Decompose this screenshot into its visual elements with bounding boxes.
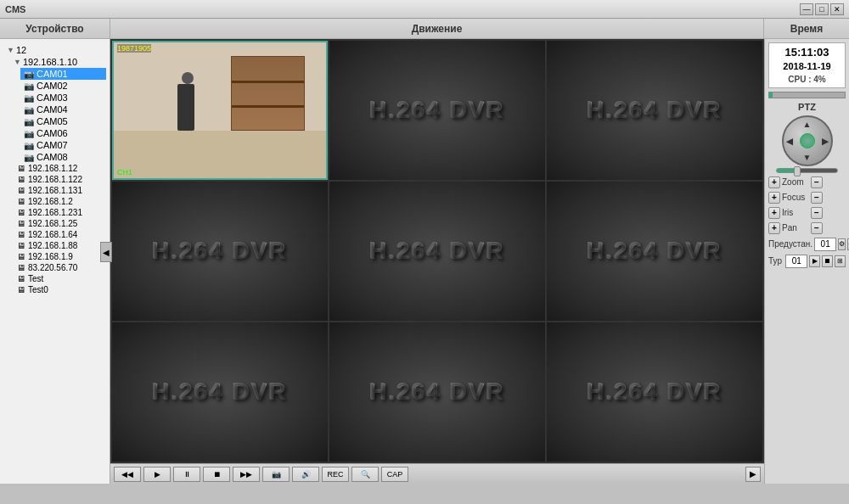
camera-icon: 📷	[24, 141, 34, 150]
monitor-icon: 🖥	[17, 285, 25, 294]
preset-input[interactable]	[814, 238, 836, 251]
camera-cell-7[interactable]: H.264 DVR	[112, 322, 328, 462]
sidebar-root-ip[interactable]: ▼ 192.168.1.10	[10, 56, 106, 68]
sidebar-item-ip[interactable]: 🖥192.168.1.88	[10, 240, 106, 251]
sidebar-item-ip[interactable]: 🖥Test0	[10, 284, 106, 295]
monitor-icon: 🖥	[17, 241, 25, 250]
iris-minus-button[interactable]: −	[811, 207, 823, 219]
sidebar-item-ip[interactable]: 🖥Test	[10, 273, 106, 284]
ptz-down-arrow: ▼	[803, 153, 812, 162]
room-floor	[114, 131, 326, 178]
camera-cell-5[interactable]: H.264 DVR	[329, 182, 545, 321]
count-label: 12	[16, 45, 26, 55]
toolbar-button-4[interactable]: ▶▶	[233, 467, 260, 482]
sidebar-item-cam05[interactable]: 📷CAM05	[20, 115, 106, 127]
sidebar-item-ip[interactable]: 🖥192.168.1.231	[10, 207, 106, 218]
sidebar-item-ip[interactable]: 🖥192.168.1.25	[10, 218, 106, 229]
main-content: ▼ 12 ▼ 192.168.1.10 📷CAM01📷CAM02📷CAM03📷C…	[0, 39, 849, 484]
sidebar-item-cam02[interactable]: 📷CAM02	[20, 80, 106, 92]
toolbar-button-8[interactable]: 🔍	[351, 467, 379, 482]
sidebar-item-cam01[interactable]: 📷CAM01	[20, 68, 106, 80]
sidebar-count[interactable]: ▼ 12	[3, 44, 106, 56]
preset-row: Предустан. ⚙ + −	[768, 238, 846, 251]
sidebar-item-ip[interactable]: 🖥192.168.1.12	[10, 163, 106, 174]
monitor-icon: 🖥	[17, 164, 25, 173]
ptz-up-arrow: ▲	[803, 120, 812, 129]
type-play-button[interactable]: ▶	[809, 255, 820, 267]
camera-cell-4[interactable]: H.264 DVR	[112, 182, 328, 321]
toolbar-button-2[interactable]: ⏸	[173, 467, 200, 482]
focus-label: Focus	[782, 193, 809, 202]
preset-gear-button[interactable]: ⚙	[838, 238, 846, 250]
camera-icon: 📷	[24, 153, 34, 162]
pan-plus-button[interactable]: +	[768, 222, 780, 234]
camera-cell-6[interactable]: H.264 DVR	[547, 182, 762, 321]
type-input[interactable]	[785, 255, 807, 268]
camera-cell-1[interactable]: 19871905 CH1	[112, 41, 328, 180]
camera-cell-8[interactable]: H.264 DVR	[329, 322, 545, 462]
bottom-toolbar: ◀◀▶⏸⏹▶▶📷🔊REC🔍CAP▶	[110, 463, 764, 484]
room-cabinet	[231, 56, 306, 131]
camera-cell-2[interactable]: H.264 DVR	[329, 41, 545, 180]
sidebar-item-cam07[interactable]: 📷CAM07	[20, 139, 106, 151]
title-bar: CMS — □ ✕	[0, 0, 849, 19]
camera-grid: 19871905 CH1 H.264 DVRH.264 DVRH.264 DVR…	[110, 39, 764, 463]
pan-minus-button[interactable]: −	[811, 222, 823, 234]
toolbar-button-5[interactable]: 📷	[262, 467, 290, 482]
iris-control-row: + Iris −	[768, 207, 846, 219]
sidebar-item-ip[interactable]: 🖥192.168.1.131	[10, 185, 106, 196]
type-row: Тур ▶ ⏹ ⊞	[768, 255, 846, 268]
sidebar-item-ip[interactable]: 🖥192.168.1.2	[10, 196, 106, 207]
sidebar-item-cam04[interactable]: 📷CAM04	[20, 104, 106, 115]
zoom-handle[interactable]	[794, 166, 801, 176]
toolbar-button-9[interactable]: CAP	[381, 467, 408, 482]
camera-area: 19871905 CH1 H.264 DVRH.264 DVRH.264 DVR…	[110, 39, 764, 484]
window-controls: — □ ✕	[800, 3, 844, 15]
dvr-text: H.264 DVR	[369, 238, 505, 265]
toolbar-button-1[interactable]: ▶	[143, 467, 171, 482]
ptz-left-arrow: ◀	[786, 136, 793, 145]
cabinet-shelf2	[232, 105, 305, 108]
toolbar-button-7[interactable]: REC	[322, 467, 349, 482]
sidebar-item-cam03[interactable]: 📷CAM03	[20, 92, 106, 104]
monitor-icon: 🖥	[17, 219, 25, 228]
toolbar-button-3[interactable]: ⏹	[203, 467, 230, 482]
header-device: Устройство	[0, 19, 110, 38]
type-stop-button[interactable]: ⏹	[822, 255, 833, 267]
iris-plus-button[interactable]: +	[768, 207, 780, 219]
sidebar-item-ip[interactable]: 🖥83.220.56.70	[10, 262, 106, 273]
focus-minus-button[interactable]: −	[811, 192, 823, 204]
clock: 15:11:03	[771, 45, 843, 60]
camera-icon: 📷	[24, 70, 34, 79]
ptz-label: PTZ	[768, 102, 846, 112]
camera-icon: 📷	[24, 81, 34, 91]
camera-cell-9[interactable]: H.264 DVR	[547, 322, 762, 462]
ptz-circle[interactable]: ▲ ▼ ◀ ▶	[782, 115, 833, 166]
sidebar-item-ip[interactable]: 🖥192.168.1.122	[10, 174, 106, 185]
zoom-slider[interactable]	[776, 168, 838, 173]
sidebar-item-cam08[interactable]: 📷CAM08	[20, 151, 106, 163]
monitor-icon: 🖥	[17, 208, 25, 217]
zoom-minus-button[interactable]: −	[811, 176, 823, 188]
maximize-button[interactable]: □	[815, 3, 829, 15]
toolbar-button-0[interactable]: ◀◀	[114, 467, 141, 482]
sidebar-item-ip[interactable]: 🖥192.168.1.9	[10, 251, 106, 262]
minimize-button[interactable]: —	[800, 3, 813, 15]
pan-label: Pan	[782, 223, 809, 232]
sidebar: ▼ 12 ▼ 192.168.1.10 📷CAM01📷CAM02📷CAM03📷C…	[0, 39, 110, 484]
zoom-plus-button[interactable]: +	[768, 176, 780, 188]
camera-cell-3[interactable]: H.264 DVR	[547, 41, 762, 180]
sidebar-collapse-arrow[interactable]: ◀	[100, 242, 112, 262]
root-ip-label: 192.168.1.10	[23, 57, 77, 67]
scroll-right-button[interactable]: ▶	[745, 467, 761, 482]
close-button[interactable]: ✕	[830, 3, 844, 15]
type-grid-button[interactable]: ⊞	[835, 255, 846, 267]
toolbar-button-6[interactable]: 🔊	[292, 467, 319, 482]
monitor-icon: 🖥	[17, 274, 25, 283]
sidebar-item-cam06[interactable]: 📷CAM06	[20, 127, 106, 139]
ptz-center-button[interactable]	[800, 133, 815, 148]
dvr-text: H.264 DVR	[587, 97, 722, 124]
header-time: Время	[764, 19, 849, 38]
focus-plus-button[interactable]: +	[768, 192, 780, 204]
sidebar-item-ip[interactable]: 🖥192.168.1.64	[10, 229, 106, 240]
